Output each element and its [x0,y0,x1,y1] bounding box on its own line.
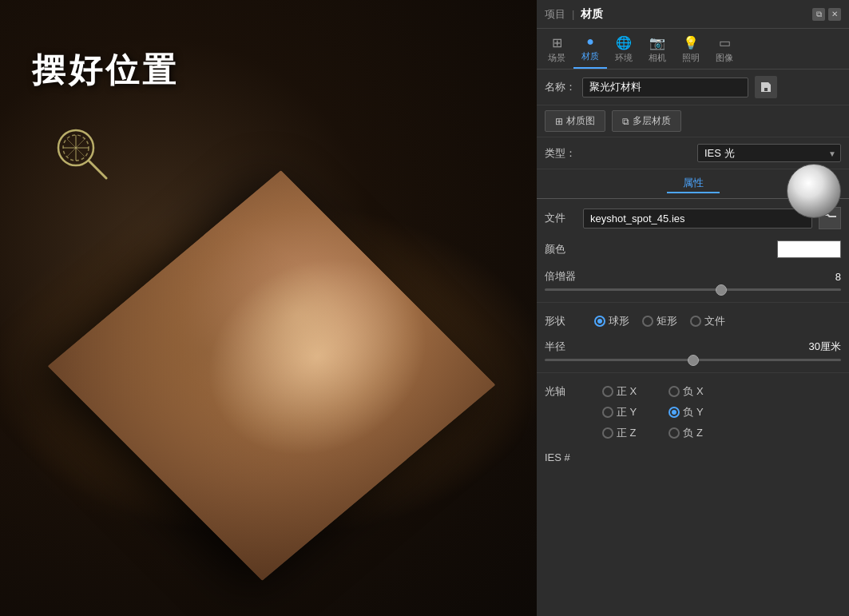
tab-scene[interactable]: ⊞ 场景 [540,34,573,69]
separator-2 [537,372,849,373]
name-label: 名称： [545,80,576,94]
file-label: 文件 [545,211,577,225]
multiplier-row: 倍增器 8 [545,269,841,284]
radius-row: 半径 30厘米 [545,340,841,354]
shape-file-radio[interactable] [690,316,701,327]
axis-neg-x-option[interactable]: 负 X [668,384,703,399]
color-label: 颜色 [545,242,577,256]
axis-pos-z-option[interactable]: 正 Z [602,426,637,440]
axis-pos-y-radio[interactable] [602,407,613,418]
properties-tab[interactable]: 属性 [667,174,720,193]
tab-camera-label: 相机 [649,52,666,64]
tab-environment[interactable]: 🌐 环境 [607,34,641,69]
ies-row: IES # [545,451,841,463]
tab-environment-label: 环境 [615,52,633,64]
radius-value: 30厘米 [809,340,841,354]
shape-row: 形状 球形 矩形 文件 [545,314,841,328]
camera-icon: 📷 [649,37,665,50]
shape-rect-option[interactable]: 矩形 [642,314,677,328]
multi-material-icon: ⧉ [622,116,629,127]
material-preview [787,164,841,218]
magnifier-icon [52,124,116,191]
axis-grid: 正 X 负 X 正 Y 负 Y [602,384,704,440]
shape-sphere-radio[interactable] [594,316,605,327]
axis-main-row: 光轴 正 X 负 X 正 Y [545,384,841,440]
tab-image-label: 图像 [716,52,733,64]
type-label: 类型： [545,146,576,161]
preview-sphere [787,164,841,218]
separator-1 [537,302,849,303]
environment-icon: 🌐 [616,37,632,50]
restore-button[interactable]: ⧉ [812,8,825,21]
material-map-button[interactable]: ⊞ 材质图 [545,110,605,132]
file-input[interactable] [583,209,812,229]
tabs-row: ⊞ 场景 ● 材质 🌐 环境 📷 相机 💡 照明 ▭ 图像 [537,29,849,70]
properties-content: 文件 颜色 倍增器 8 [537,199,849,616]
axis-neg-y-radio[interactable] [668,407,680,418]
material-map-icon: ⊞ [555,116,563,127]
name-section: 名称： ⊞ 材质图 ⧉ 多层材质 [537,70,849,137]
image-icon: ▭ [719,37,731,50]
radius-section: 半径 30厘米 [545,340,841,361]
multi-material-button[interactable]: ⧉ 多层材质 [612,110,681,132]
shape-rect-radio[interactable] [642,316,653,327]
multiplier-value: 8 [817,271,841,283]
multiplier-slider[interactable] [545,288,841,291]
name-row: 名称： [537,70,849,105]
material-label: 材质 [581,7,603,22]
main-text: 摆好位置 [32,48,179,93]
radius-slider[interactable] [545,359,841,361]
axis-pos-x-option[interactable]: 正 X [602,384,637,399]
light-axis-section: 光轴 正 X 负 X 正 Y [545,384,841,440]
color-row: 颜色 [545,240,841,258]
axis-neg-z-radio[interactable] [668,427,680,439]
radius-label: 半径 [545,340,577,354]
multiplier-label: 倍增器 [545,269,577,284]
tab-scene-label: 场景 [548,52,565,64]
multiplier-section: 倍增器 8 [545,269,841,291]
material-icon: ● [586,35,594,48]
tab-material[interactable]: ● 材质 [573,32,607,69]
material-buttons-row: ⊞ 材质图 ⧉ 多层材质 [537,105,849,137]
panel-header: 项目 | 材质 ⧉ ✕ [537,0,849,29]
light-axis-label: 光轴 [545,384,577,399]
type-select[interactable]: IES 光 漫反射 金属 塑料 玻璃 [697,144,841,162]
shape-file-option[interactable]: 文件 [690,314,725,328]
ies-label: IES # [545,451,577,463]
axis-pos-y-option[interactable]: 正 Y [602,405,637,419]
axis-pos-z-radio[interactable] [602,427,613,439]
window-controls: ⧉ ✕ [812,8,841,21]
viewport: 摆好位置 [0,0,537,616]
name-input[interactable] [582,77,748,97]
save-button[interactable] [755,76,777,98]
right-panel: 项目 | 材质 ⧉ ✕ ⊞ 场景 ● 材质 🌐 环境 📷 相机 💡 照明 [537,0,849,616]
tab-camera[interactable]: 📷 相机 [641,34,674,69]
svg-line-6 [89,161,106,178]
project-label: 项目 [545,7,565,22]
shape-sphere-option[interactable]: 球形 [594,314,629,328]
lighting-icon: 💡 [683,37,699,50]
tab-material-label: 材质 [581,50,599,62]
color-swatch[interactable] [777,240,841,258]
axis-pos-x-radio[interactable] [602,386,613,397]
axis-neg-z-option[interactable]: 负 Z [668,426,703,440]
multiplier-slider-container [545,288,841,291]
axis-neg-x-radio[interactable] [668,386,680,397]
shape-label: 形状 [545,314,577,328]
radius-slider-container [545,359,841,361]
close-button[interactable]: ✕ [828,8,841,21]
tab-lighting[interactable]: 💡 照明 [674,34,708,69]
scene-icon: ⊞ [552,37,562,50]
tab-lighting-label: 照明 [682,52,700,64]
tab-image[interactable]: ▭ 图像 [708,34,741,69]
axis-neg-y-option[interactable]: 负 Y [668,405,703,419]
